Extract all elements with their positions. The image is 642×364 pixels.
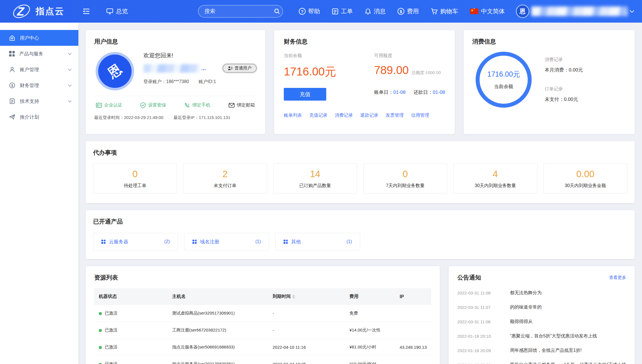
finance-info-card: 财务信息 当前余额 1716.00元 充值 可用额度 789.00总额度:100… bbox=[274, 30, 455, 134]
announcement-item[interactable]: 2022-01-18 20:09 重新定义香港云服务器——“全新一代香港云主机”… bbox=[457, 362, 626, 364]
table-row[interactable]: 已激活 测试虚拟商品(ser320517306901) - 免费 bbox=[94, 305, 431, 322]
header-ticket-label: 工单 bbox=[341, 7, 353, 15]
todo-section: 代办事项 0 待处理工单 2 未支付订单 14 已订购产品数量 bbox=[86, 141, 635, 203]
chevron-down-icon bbox=[68, 51, 72, 55]
announcement-item[interactable]: 2022-03-31 11:07 的的味道非常的 bbox=[457, 304, 626, 310]
product-other[interactable]: 其他 (1) bbox=[275, 233, 360, 250]
product-domain-registration[interactable]: 域名注册 (1) bbox=[184, 233, 269, 250]
user-icon bbox=[9, 66, 15, 73]
search-icon[interactable] bbox=[274, 8, 280, 14]
consume-record-label: 消费记录 bbox=[545, 57, 583, 63]
user-card-title: 用户信息 bbox=[94, 38, 257, 46]
month-consume-line: 本月消费：0.00元 bbox=[545, 67, 583, 73]
sidebar-item-label: 账户管理 bbox=[20, 66, 64, 73]
header-cart-label: 购物车 bbox=[440, 7, 458, 15]
announcement-item[interactable]: 2022-01-18 20:09 周年感恩回馈，全线云产品低至1折! bbox=[457, 348, 626, 354]
sidebar-item-tech-support[interactable]: 技术支持 bbox=[0, 93, 78, 109]
user-info-card: 用户信息 恩 欢迎您回来! ... bbox=[86, 30, 265, 134]
header-help[interactable]: ? 帮助 bbox=[299, 7, 320, 15]
refund-record-link[interactable]: 退款记录 bbox=[360, 112, 378, 118]
grid-icon bbox=[284, 240, 288, 244]
sidebar-item-user-center[interactable]: 用户中心 bbox=[0, 30, 78, 46]
consume-info-card: 消费信息 1716.00元 当前余额 消费记录 本月消费：0.00元 订单记录 … bbox=[464, 30, 635, 134]
bind-phone-link[interactable]: 绑定手机 bbox=[184, 102, 211, 108]
header-message[interactable]: 消息 bbox=[365, 7, 386, 15]
announcement-item[interactable]: 2022-03-31 11:08 都无法热舞分为 bbox=[457, 290, 626, 296]
set-security-link[interactable]: 设置密保 bbox=[140, 102, 166, 108]
sidebar-item-finance-management[interactable]: $ 财务管理 bbox=[0, 77, 78, 93]
home-icon bbox=[9, 35, 15, 41]
finance-card-title: 财务信息 bbox=[284, 38, 445, 46]
grid-icon bbox=[101, 240, 106, 244]
product-cloud-server[interactable]: 云服务器 (2) bbox=[93, 233, 178, 250]
chevron-down-icon bbox=[68, 99, 72, 103]
header-user-menu[interactable]: 恩 bbox=[517, 5, 634, 17]
consume-record-link[interactable]: 消费记录 bbox=[335, 112, 353, 118]
main-content: 用户信息 恩 欢迎您回来! ... bbox=[78, 23, 642, 364]
recharge-button[interactable]: 充值 bbox=[284, 88, 326, 101]
bill-list-link[interactable]: 账单列表 bbox=[284, 112, 302, 118]
search-input[interactable] bbox=[205, 8, 274, 14]
sidebar-item-products-services[interactable]: 产品与服务 bbox=[0, 46, 78, 62]
recharge-record-link[interactable]: 充值记录 bbox=[309, 112, 327, 118]
document-icon bbox=[9, 98, 15, 104]
redacted-username bbox=[531, 6, 628, 16]
todo-purchased-products[interactable]: 14 已订购产品数量 bbox=[273, 163, 357, 194]
header-ticket[interactable]: 工单 bbox=[332, 7, 353, 15]
id-card-icon bbox=[96, 103, 102, 108]
todo-pending-tickets[interactable]: 0 待处理工单 bbox=[93, 163, 177, 194]
sidebar-item-referral-plan[interactable]: 推介计划 bbox=[0, 109, 78, 125]
header-fee-label: 费用 bbox=[407, 7, 419, 15]
nav-overview[interactable]: 总览 bbox=[106, 7, 128, 15]
credit-label: 可用额度 bbox=[374, 53, 445, 59]
credit-management-link[interactable]: 信用管理 bbox=[411, 112, 429, 118]
sidebar-item-label: 用户中心 bbox=[20, 35, 71, 41]
sidebar: 用户中心 产品与服务 账户管理 $ 财务管理 bbox=[0, 23, 78, 364]
ring-balance-label: 当前余额 bbox=[494, 83, 513, 90]
todo-expiring-30days[interactable]: 4 30天内到期业务数量 bbox=[453, 163, 537, 194]
header-language[interactable]: ★★ 中文简体 bbox=[470, 7, 505, 15]
svg-text:$: $ bbox=[11, 84, 13, 88]
bind-email-link[interactable]: 绑定邮箱 bbox=[229, 102, 255, 108]
resource-list-title: 资源列表 bbox=[94, 274, 431, 281]
bell-icon bbox=[365, 8, 371, 15]
status-dot-active bbox=[99, 363, 102, 364]
todo-expiring-30days-amount[interactable]: 0.00 30天内到期业务金额 bbox=[544, 163, 627, 194]
table-row[interactable]: 已激活 指点云服务器(ser506691686833) 2022-04-10 1… bbox=[94, 339, 431, 356]
balance-label: 当前余额 bbox=[284, 53, 354, 59]
dollar-circle-icon: $ bbox=[9, 82, 15, 88]
announcement-item[interactable]: 2022-03-31 11:06 额得得得从 bbox=[457, 319, 626, 325]
enterprise-auth-link[interactable]: 企业认证 bbox=[96, 102, 122, 108]
todo-expiring-7days[interactable]: 0 7天内到期业务数量 bbox=[363, 163, 447, 194]
sort-icon[interactable] bbox=[292, 295, 295, 299]
brand-logo-icon: Z bbox=[12, 3, 32, 20]
announcement-item[interactable]: 2022-01-18 20:10 “惠聚云端，首台5折”大型优惠活动发布上线 bbox=[457, 333, 626, 339]
todo-unpaid-orders[interactable]: 2 未支付订单 bbox=[183, 163, 267, 194]
balance-value: 1716.00元 bbox=[284, 64, 354, 79]
unpaid-line: 未支付：0.00元 bbox=[545, 96, 583, 103]
col-expire-time[interactable]: 到期时间 bbox=[268, 288, 345, 305]
envelope-icon bbox=[229, 103, 235, 108]
sidebar-item-account-management[interactable]: 账户管理 bbox=[0, 62, 78, 77]
opened-products-section: 已开通产品 云服务器 (2) 域名注册 (1) 其他 bbox=[86, 210, 635, 259]
header-cart[interactable]: 购物车 bbox=[431, 7, 458, 15]
sidebar-collapse-icon[interactable] bbox=[83, 8, 90, 14]
products-title: 已开通产品 bbox=[93, 218, 627, 226]
invoice-management-link[interactable]: 发票管理 bbox=[386, 112, 404, 118]
sidebar-item-label: 产品与服务 bbox=[19, 51, 64, 57]
shield-check-icon bbox=[140, 102, 146, 108]
brand-logo[interactable]: Z 指点云 bbox=[12, 3, 65, 20]
view-more-link[interactable]: 查看更多 bbox=[609, 275, 626, 280]
resource-list-card: 资源列表 机器状态 主机名 到期时间 费用 IP bbox=[86, 266, 440, 364]
bill-day: 账单日：01-08 bbox=[374, 89, 405, 96]
resource-table: 机器状态 主机名 到期时间 费用 IP 已激活 测试虚拟商品(ser320517… bbox=[94, 288, 431, 364]
chevron-down-icon bbox=[68, 67, 72, 71]
name-ellipsis: ... bbox=[201, 65, 206, 72]
status-dot-active bbox=[99, 312, 102, 315]
table-row[interactable]: 已激活 指点云服务器(ser202179820381) 2023-03-24 1… bbox=[94, 356, 431, 364]
table-row[interactable]: 已激活 工商注册(ser667203822172) - ¥14.00元/一次性 bbox=[94, 322, 431, 339]
work-order-icon bbox=[332, 8, 338, 15]
header-fee[interactable]: $ 费用 bbox=[398, 7, 419, 15]
consume-card-title: 消费信息 bbox=[472, 38, 626, 46]
todo-title: 代办事项 bbox=[93, 149, 627, 157]
